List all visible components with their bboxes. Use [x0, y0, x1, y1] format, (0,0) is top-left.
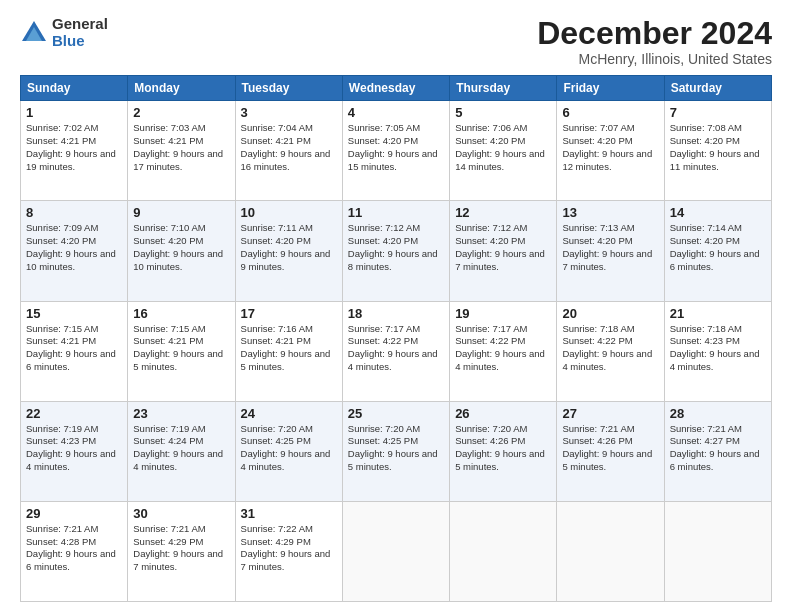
day-info: Sunrise: 7:20 AMSunset: 4:26 PMDaylight:…: [455, 423, 551, 474]
calendar-cell: [342, 501, 449, 601]
day-info: Sunrise: 7:12 AMSunset: 4:20 PMDaylight:…: [348, 222, 444, 273]
week-row-5: 29Sunrise: 7:21 AMSunset: 4:28 PMDayligh…: [21, 501, 772, 601]
calendar-cell: 27Sunrise: 7:21 AMSunset: 4:26 PMDayligh…: [557, 401, 664, 501]
calendar-cell: 15Sunrise: 7:15 AMSunset: 4:21 PMDayligh…: [21, 301, 128, 401]
week-row-1: 1Sunrise: 7:02 AMSunset: 4:21 PMDaylight…: [21, 101, 772, 201]
calendar-cell: 30Sunrise: 7:21 AMSunset: 4:29 PMDayligh…: [128, 501, 235, 601]
day-info: Sunrise: 7:21 AMSunset: 4:29 PMDaylight:…: [133, 523, 229, 574]
calendar-cell: 1Sunrise: 7:02 AMSunset: 4:21 PMDaylight…: [21, 101, 128, 201]
day-number: 15: [26, 306, 122, 321]
day-number: 6: [562, 105, 658, 120]
calendar-cell: 28Sunrise: 7:21 AMSunset: 4:27 PMDayligh…: [664, 401, 771, 501]
day-number: 12: [455, 205, 551, 220]
header-friday: Friday: [557, 76, 664, 101]
day-info: Sunrise: 7:13 AMSunset: 4:20 PMDaylight:…: [562, 222, 658, 273]
calendar-header-row: SundayMondayTuesdayWednesdayThursdayFrid…: [21, 76, 772, 101]
day-number: 25: [348, 406, 444, 421]
day-info: Sunrise: 7:02 AMSunset: 4:21 PMDaylight:…: [26, 122, 122, 173]
calendar-cell: 3Sunrise: 7:04 AMSunset: 4:21 PMDaylight…: [235, 101, 342, 201]
calendar-cell: 5Sunrise: 7:06 AMSunset: 4:20 PMDaylight…: [450, 101, 557, 201]
day-info: Sunrise: 7:17 AMSunset: 4:22 PMDaylight:…: [455, 323, 551, 374]
day-number: 11: [348, 205, 444, 220]
calendar-cell: 4Sunrise: 7:05 AMSunset: 4:20 PMDaylight…: [342, 101, 449, 201]
calendar-cell: 18Sunrise: 7:17 AMSunset: 4:22 PMDayligh…: [342, 301, 449, 401]
day-number: 7: [670, 105, 766, 120]
week-row-2: 8Sunrise: 7:09 AMSunset: 4:20 PMDaylight…: [21, 201, 772, 301]
calendar-cell: [557, 501, 664, 601]
day-number: 28: [670, 406, 766, 421]
logo: General Blue: [20, 16, 108, 49]
calendar-cell: 8Sunrise: 7:09 AMSunset: 4:20 PMDaylight…: [21, 201, 128, 301]
day-info: Sunrise: 7:10 AMSunset: 4:20 PMDaylight:…: [133, 222, 229, 273]
header-sunday: Sunday: [21, 76, 128, 101]
day-info: Sunrise: 7:18 AMSunset: 4:22 PMDaylight:…: [562, 323, 658, 374]
logo-text: General Blue: [52, 16, 108, 49]
day-number: 21: [670, 306, 766, 321]
calendar-cell: 7Sunrise: 7:08 AMSunset: 4:20 PMDaylight…: [664, 101, 771, 201]
logo-icon: [20, 19, 48, 47]
calendar-cell: 26Sunrise: 7:20 AMSunset: 4:26 PMDayligh…: [450, 401, 557, 501]
day-number: 23: [133, 406, 229, 421]
day-info: Sunrise: 7:07 AMSunset: 4:20 PMDaylight:…: [562, 122, 658, 173]
calendar-cell: 20Sunrise: 7:18 AMSunset: 4:22 PMDayligh…: [557, 301, 664, 401]
calendar-cell: 12Sunrise: 7:12 AMSunset: 4:20 PMDayligh…: [450, 201, 557, 301]
header-tuesday: Tuesday: [235, 76, 342, 101]
calendar-cell: 21Sunrise: 7:18 AMSunset: 4:23 PMDayligh…: [664, 301, 771, 401]
calendar-cell: 23Sunrise: 7:19 AMSunset: 4:24 PMDayligh…: [128, 401, 235, 501]
day-info: Sunrise: 7:03 AMSunset: 4:21 PMDaylight:…: [133, 122, 229, 173]
day-number: 9: [133, 205, 229, 220]
page: General Blue December 2024 McHenry, Illi…: [0, 0, 792, 612]
day-number: 3: [241, 105, 337, 120]
day-info: Sunrise: 7:16 AMSunset: 4:21 PMDaylight:…: [241, 323, 337, 374]
day-number: 26: [455, 406, 551, 421]
day-number: 31: [241, 506, 337, 521]
day-info: Sunrise: 7:21 AMSunset: 4:28 PMDaylight:…: [26, 523, 122, 574]
calendar-cell: 31Sunrise: 7:22 AMSunset: 4:29 PMDayligh…: [235, 501, 342, 601]
day-number: 17: [241, 306, 337, 321]
calendar-cell: 25Sunrise: 7:20 AMSunset: 4:25 PMDayligh…: [342, 401, 449, 501]
day-info: Sunrise: 7:05 AMSunset: 4:20 PMDaylight:…: [348, 122, 444, 173]
day-info: Sunrise: 7:15 AMSunset: 4:21 PMDaylight:…: [26, 323, 122, 374]
month-title: December 2024: [537, 16, 772, 51]
day-info: Sunrise: 7:15 AMSunset: 4:21 PMDaylight:…: [133, 323, 229, 374]
day-info: Sunrise: 7:09 AMSunset: 4:20 PMDaylight:…: [26, 222, 122, 273]
day-info: Sunrise: 7:04 AMSunset: 4:21 PMDaylight:…: [241, 122, 337, 173]
day-number: 16: [133, 306, 229, 321]
calendar-table: SundayMondayTuesdayWednesdayThursdayFrid…: [20, 75, 772, 602]
day-info: Sunrise: 7:18 AMSunset: 4:23 PMDaylight:…: [670, 323, 766, 374]
day-number: 24: [241, 406, 337, 421]
day-number: 20: [562, 306, 658, 321]
day-number: 30: [133, 506, 229, 521]
week-row-3: 15Sunrise: 7:15 AMSunset: 4:21 PMDayligh…: [21, 301, 772, 401]
day-info: Sunrise: 7:12 AMSunset: 4:20 PMDaylight:…: [455, 222, 551, 273]
calendar-cell: 2Sunrise: 7:03 AMSunset: 4:21 PMDaylight…: [128, 101, 235, 201]
day-info: Sunrise: 7:11 AMSunset: 4:20 PMDaylight:…: [241, 222, 337, 273]
day-number: 2: [133, 105, 229, 120]
calendar-cell: 9Sunrise: 7:10 AMSunset: 4:20 PMDaylight…: [128, 201, 235, 301]
day-number: 14: [670, 205, 766, 220]
day-info: Sunrise: 7:21 AMSunset: 4:27 PMDaylight:…: [670, 423, 766, 474]
header-monday: Monday: [128, 76, 235, 101]
day-number: 10: [241, 205, 337, 220]
calendar-cell: 10Sunrise: 7:11 AMSunset: 4:20 PMDayligh…: [235, 201, 342, 301]
calendar-cell: 11Sunrise: 7:12 AMSunset: 4:20 PMDayligh…: [342, 201, 449, 301]
week-row-4: 22Sunrise: 7:19 AMSunset: 4:23 PMDayligh…: [21, 401, 772, 501]
calendar-cell: 13Sunrise: 7:13 AMSunset: 4:20 PMDayligh…: [557, 201, 664, 301]
day-number: 22: [26, 406, 122, 421]
header-saturday: Saturday: [664, 76, 771, 101]
day-info: Sunrise: 7:14 AMSunset: 4:20 PMDaylight:…: [670, 222, 766, 273]
day-number: 29: [26, 506, 122, 521]
day-number: 1: [26, 105, 122, 120]
day-info: Sunrise: 7:21 AMSunset: 4:26 PMDaylight:…: [562, 423, 658, 474]
day-number: 8: [26, 205, 122, 220]
day-number: 13: [562, 205, 658, 220]
calendar-cell: 19Sunrise: 7:17 AMSunset: 4:22 PMDayligh…: [450, 301, 557, 401]
day-info: Sunrise: 7:19 AMSunset: 4:23 PMDaylight:…: [26, 423, 122, 474]
calendar-cell: 14Sunrise: 7:14 AMSunset: 4:20 PMDayligh…: [664, 201, 771, 301]
day-info: Sunrise: 7:20 AMSunset: 4:25 PMDaylight:…: [348, 423, 444, 474]
day-info: Sunrise: 7:08 AMSunset: 4:20 PMDaylight:…: [670, 122, 766, 173]
calendar-cell: 17Sunrise: 7:16 AMSunset: 4:21 PMDayligh…: [235, 301, 342, 401]
header-wednesday: Wednesday: [342, 76, 449, 101]
day-info: Sunrise: 7:22 AMSunset: 4:29 PMDaylight:…: [241, 523, 337, 574]
calendar-cell: 22Sunrise: 7:19 AMSunset: 4:23 PMDayligh…: [21, 401, 128, 501]
